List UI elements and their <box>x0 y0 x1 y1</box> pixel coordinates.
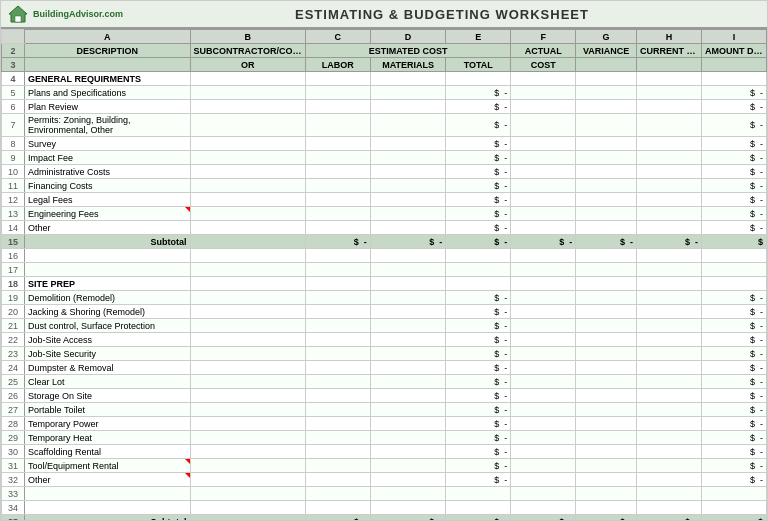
row-12-f <box>511 193 576 207</box>
subtotal-site-prep: 35 Subtotal $ - $ - $ - $ - $ - $ - $ <box>2 515 767 522</box>
row-18-e <box>446 277 511 291</box>
table-row: 17 <box>2 263 767 277</box>
row-11-b <box>190 179 305 193</box>
sub-header-row: 3 OR LABOR MATERIALS TOTAL COST <box>2 58 767 72</box>
row-15-num: 15 <box>2 235 25 249</box>
row-14-total: $ - <box>446 221 511 235</box>
row-18-i <box>701 277 766 291</box>
row-16-g <box>576 249 637 263</box>
table-row: 22 Job-Site Access $ - $ - <box>2 333 767 347</box>
row-7-total: $ - <box>446 114 511 137</box>
row-12-num: 12 <box>2 193 25 207</box>
row-16-f <box>511 249 576 263</box>
table-row: 33 <box>2 487 767 501</box>
col-I-letter: I <box>701 30 766 44</box>
row-7-c <box>305 114 370 137</box>
row-9-label: Impact Fee <box>25 151 191 165</box>
header-actual-cost: ACTUAL <box>511 44 576 58</box>
row-18-num: 18 <box>2 277 25 291</box>
logo-area: BuildingAdvisor.com <box>7 4 123 24</box>
table-row: 20 Jacking & Shoring (Remodel) $ - $ - <box>2 305 767 319</box>
row-5-g <box>576 86 637 100</box>
row-13-total: $ - <box>446 207 511 221</box>
row-18-g <box>576 277 637 291</box>
row-12-d <box>370 193 445 207</box>
row-4-f <box>511 72 576 86</box>
row-14-num: 14 <box>2 221 25 235</box>
col-H-letter: H <box>636 30 701 44</box>
row-17-h <box>636 263 701 277</box>
row-5-label: Plans and Specifications <box>25 86 191 100</box>
row-17-g <box>576 263 637 277</box>
row-8-h <box>636 137 701 151</box>
row-12-g <box>576 193 637 207</box>
row-7-amount-due: $ - <box>701 114 766 137</box>
row-5-c <box>305 86 370 100</box>
row-12-label: Legal Fees <box>25 193 191 207</box>
row-7-h <box>636 114 701 137</box>
row-4-h <box>636 72 701 86</box>
table-row: 21 Dust control, Surface Protection $ - … <box>2 319 767 333</box>
row-15-b <box>190 235 305 249</box>
row-8-total: $ - <box>446 137 511 151</box>
logo-text: BuildingAdvisor.com <box>33 9 123 19</box>
col-G-letter: G <box>576 30 637 44</box>
row-17-num: 17 <box>2 263 25 277</box>
row-13-f <box>511 207 576 221</box>
row-11-h <box>636 179 701 193</box>
row-15-labor: $ - <box>305 235 370 249</box>
table-row: 11 Financing Costs $ - $ - <box>2 179 767 193</box>
row-10-g <box>576 165 637 179</box>
sub-header-current <box>636 58 701 72</box>
row-8-d <box>370 137 445 151</box>
header-subcontractor: SUBCONTRACTOR/CONTRACT <box>190 44 305 58</box>
table-row: 32 Other $ - $ - <box>2 473 767 487</box>
row-13-b <box>190 207 305 221</box>
table-row: 23 Job-Site Security $ - $ - <box>2 347 767 361</box>
row-8-f <box>511 137 576 151</box>
row-10-f <box>511 165 576 179</box>
row-11-f <box>511 179 576 193</box>
row-5-total: $ - <box>446 86 511 100</box>
row-11-num: 11 <box>2 179 25 193</box>
sub-header-variance <box>576 58 637 72</box>
logo-house-icon <box>7 4 29 24</box>
table-row: 6 Plan Review $ - $ - <box>2 100 767 114</box>
row-14-c <box>305 221 370 235</box>
main-header-row: 2 DESCRIPTION SUBCONTRACTOR/CONTRACT EST… <box>2 44 767 58</box>
col-letters-row: A B C D E F G H I <box>2 30 767 44</box>
row-7-label: Permits: Zoning, Building,Environmental,… <box>25 114 191 137</box>
table-row: 9 Impact Fee $ - $ - <box>2 151 767 165</box>
row-10-amount-due: $ - <box>701 165 766 179</box>
row-16-d <box>370 249 445 263</box>
col-A-letter: A <box>25 30 191 44</box>
row-10-total: $ - <box>446 165 511 179</box>
row-16-num: 16 <box>2 249 25 263</box>
row-4-i <box>701 72 766 86</box>
row-9-h <box>636 151 701 165</box>
row-11-total: $ - <box>446 179 511 193</box>
row-10-c <box>305 165 370 179</box>
row-10-num: 10 <box>2 165 25 179</box>
row-4-g <box>576 72 637 86</box>
row-16-e <box>446 249 511 263</box>
row-17-e <box>446 263 511 277</box>
row-10-label: Administrative Costs <box>25 165 191 179</box>
row-9-amount-due: $ - <box>701 151 766 165</box>
row-13-h <box>636 207 701 221</box>
row-9-total: $ - <box>446 151 511 165</box>
row-8-g <box>576 137 637 151</box>
row-9-d <box>370 151 445 165</box>
row-17-d <box>370 263 445 277</box>
col-letters-rownum <box>2 30 25 44</box>
col-C-letter: C <box>305 30 370 44</box>
row-9-g <box>576 151 637 165</box>
row-16-i <box>701 249 766 263</box>
table-row: 29 Temporary Heat $ - $ - <box>2 431 767 445</box>
sub-header-total: TOTAL <box>446 58 511 72</box>
row-15-amount-due: $ <box>701 235 766 249</box>
row-15-mat: $ - <box>370 235 445 249</box>
header-amount-due: AMOUNT DUE <box>701 44 766 58</box>
row-16-h <box>636 249 701 263</box>
spreadsheet-body[interactable]: A B C D E F G H I 2 DESCRIPTION SUBCONTR… <box>1 29 767 521</box>
